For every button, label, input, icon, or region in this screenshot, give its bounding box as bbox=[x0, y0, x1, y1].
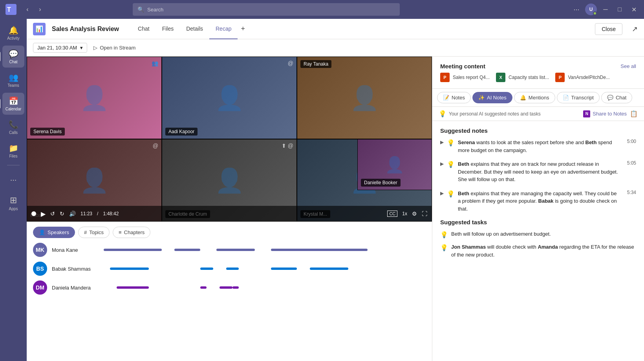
at-icon-charlotte: @ bbox=[288, 143, 293, 149]
note-time-3: 5:34 bbox=[627, 190, 636, 195]
tab-topics[interactable]: # Topics bbox=[78, 227, 110, 238]
maximize-button[interactable]: □ bbox=[614, 4, 625, 15]
copy-button[interactable]: 📋 bbox=[630, 110, 638, 117]
forward-button[interactable]: › bbox=[35, 4, 46, 15]
mentions-tab-label: Mentions bbox=[529, 95, 549, 101]
minimize-button[interactable]: ─ bbox=[600, 4, 611, 15]
back-button[interactable]: ‹ bbox=[22, 4, 33, 15]
see-all-link[interactable]: See all bbox=[620, 63, 636, 69]
timeline-segment bbox=[174, 249, 200, 251]
lightbulb-icon: 💡 bbox=[439, 110, 446, 117]
volume-button[interactable]: 🔊 bbox=[69, 211, 76, 217]
timeline-segment bbox=[216, 249, 255, 251]
onenote-icon: N bbox=[583, 110, 590, 117]
speakers-icon: 👤 bbox=[39, 229, 45, 235]
sidebar-item-more[interactable]: ··· bbox=[2, 169, 24, 191]
topics-icon: # bbox=[84, 229, 87, 235]
fullscreen-button[interactable]: ⛶ bbox=[422, 211, 427, 217]
panel-tabs: 📝 Notes ✨ AI Notes 🔔 Mentions 📄 Transcri… bbox=[432, 89, 644, 107]
chapters-label: Chapters bbox=[124, 229, 145, 235]
file-sales-report[interactable]: P Sales report Q4... bbox=[440, 73, 490, 82]
file-vanarstel-pitch[interactable]: P VanArsdelPitchDe... bbox=[555, 73, 610, 82]
avatar-babak: BS bbox=[33, 262, 47, 276]
share-icon-button[interactable]: ↗ bbox=[632, 25, 638, 33]
sidebar-label-teams: Teams bbox=[7, 83, 19, 88]
play-button[interactable]: ▶ bbox=[41, 210, 46, 218]
open-stream-label: Open in Stream bbox=[100, 45, 135, 51]
sidebar-item-apps[interactable]: ⊞ Apps bbox=[2, 192, 24, 214]
sidebar-item-chat[interactable]: 💬 Chat bbox=[2, 46, 24, 68]
tab-notes[interactable]: 📝 Notes bbox=[437, 92, 471, 103]
suggested-tasks-title: Suggested tasks bbox=[440, 219, 636, 225]
tab-mentions[interactable]: 🔔 Mentions bbox=[514, 92, 555, 103]
topics-label: Topics bbox=[89, 229, 104, 235]
tab-panel-chat[interactable]: 💬 Chat bbox=[601, 92, 632, 103]
user-group-icon: 👥 bbox=[152, 60, 158, 66]
rewind-button[interactable]: ↺ bbox=[50, 211, 55, 217]
user-status-indicator bbox=[593, 11, 597, 15]
file-name-capacity: Capacity stats list... bbox=[509, 75, 549, 80]
sidebar-item-calendar[interactable]: 📅 Calendar bbox=[2, 93, 24, 115]
avatar-mona: MK bbox=[33, 243, 47, 257]
ai-notes-desc-text: Your personal AI suggested notes and tas… bbox=[449, 111, 541, 117]
sidebar-divider bbox=[7, 165, 20, 165]
expand-icon-2[interactable]: ▶ bbox=[440, 161, 444, 167]
add-tab-button[interactable]: + bbox=[238, 19, 248, 39]
search-input[interactable] bbox=[147, 7, 395, 13]
video-section: 👤 Serena Davis 👥 👤 Aadi Kapoor @ bbox=[27, 57, 432, 361]
close-window-button[interactable]: ✕ bbox=[628, 4, 639, 15]
name-tag-ray: Ray Tanaka bbox=[300, 60, 331, 68]
open-stream-button[interactable]: ▷ Open in Stream bbox=[93, 45, 135, 51]
cc-button[interactable]: CC bbox=[387, 211, 397, 217]
sidebar-item-activity[interactable]: 🔔 Activity bbox=[2, 22, 24, 44]
speakers-label: Speakers bbox=[48, 229, 69, 235]
tab-files[interactable]: Files bbox=[156, 19, 180, 39]
bulb-icon-1: 💡 bbox=[447, 139, 455, 147]
stream-icon: ▷ bbox=[93, 45, 97, 51]
suggested-notes-title: Suggested notes bbox=[440, 127, 636, 134]
svg-text:T: T bbox=[7, 6, 11, 13]
timeline-segment bbox=[226, 268, 239, 270]
video-cell-ray: 👤 Ray Tanaka bbox=[297, 57, 432, 139]
more-options-button[interactable]: ··· bbox=[571, 4, 582, 15]
expand-icon-3[interactable]: ▶ bbox=[440, 191, 444, 196]
sidebar-label-activity: Activity bbox=[7, 36, 20, 40]
calls-icon: 📞 bbox=[9, 120, 18, 129]
share-to-notes-button[interactable]: N Share to Notes bbox=[583, 110, 627, 117]
search-bar[interactable]: 🔍 bbox=[133, 3, 400, 16]
tab-ai-notes[interactable]: ✨ AI Notes bbox=[472, 92, 512, 103]
sidebar-item-calls[interactable]: 📞 Calls bbox=[2, 116, 24, 138]
note-text-1: Serena wants to look at the sales report… bbox=[458, 139, 621, 154]
date-selector[interactable]: Jan 21, 10:30 AM ▾ bbox=[33, 43, 87, 53]
speakers-section: 👤 Speakers # Topics ≡ Chapters bbox=[27, 222, 432, 361]
date-label: Jan 21, 10:30 AM bbox=[37, 45, 77, 51]
sidebar-item-teams[interactable]: 👥 Teams bbox=[2, 69, 24, 91]
user-avatar[interactable]: U bbox=[585, 4, 597, 15]
tab-chapters[interactable]: ≡ Chapters bbox=[113, 227, 150, 238]
speed-button[interactable]: 1x bbox=[402, 211, 407, 216]
tab-speakers[interactable]: 👤 Speakers bbox=[33, 227, 75, 238]
speaker-name-daniela: Daniela Mandera bbox=[52, 285, 99, 291]
activity-icon: 🔔 bbox=[9, 26, 18, 35]
time-separator: / bbox=[97, 211, 98, 216]
transcript-tab-label: Transcript bbox=[571, 95, 594, 101]
tab-transcript[interactable]: 📄 Transcript bbox=[557, 92, 600, 103]
sidebar-label-apps: Apps bbox=[9, 207, 18, 211]
video-controls: ▶ ↺ ↻ 🔊 11:23 / 1:48:42 CC 1x ⚙ ⛶ bbox=[27, 206, 432, 222]
timeline-segment bbox=[110, 268, 148, 270]
note-text-2: Beth explains that they are on track for… bbox=[458, 160, 621, 183]
file-capacity-stats[interactable]: X Capacity stats list... bbox=[496, 73, 549, 82]
expand-icon-1[interactable]: ▶ bbox=[440, 139, 444, 145]
tab-recap[interactable]: Recap bbox=[209, 19, 238, 39]
close-meeting-button[interactable]: Close bbox=[595, 23, 622, 35]
note-item-3: ▶ 💡 Beth explains that they are managing… bbox=[440, 190, 636, 213]
sidebar-item-files[interactable]: 📁 Files bbox=[2, 140, 24, 162]
forward-button[interactable]: ↻ bbox=[60, 211, 64, 217]
tab-details[interactable]: Details bbox=[180, 19, 209, 39]
meeting-title: Sales Analysis Review bbox=[52, 26, 119, 33]
tab-chat[interactable]: Chat bbox=[132, 19, 156, 39]
settings-button[interactable]: ⚙ bbox=[412, 211, 417, 217]
avatar-daniela: DM bbox=[33, 280, 47, 295]
timeline-segment bbox=[104, 249, 162, 251]
search-icon: 🔍 bbox=[137, 6, 144, 13]
